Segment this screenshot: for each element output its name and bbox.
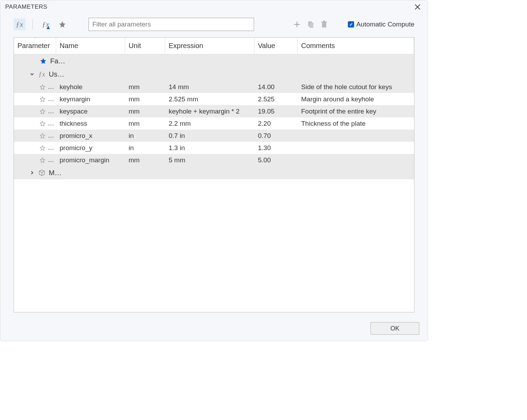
chevron-up-icon: ⌃	[33, 38, 37, 41]
cell-unit[interactable]: in	[125, 144, 165, 152]
svg-rect-4	[323, 21, 325, 22]
cell-expression[interactable]: 5 mm	[165, 156, 254, 164]
auto-compute-checkbox[interactable]: ✓ Automatic Compute	[348, 21, 414, 28]
group-user[interactable]: ƒx Us…	[14, 68, 414, 81]
ok-button[interactable]: OK	[371, 322, 419, 335]
cell-unit[interactable]: mm	[125, 95, 165, 103]
cell-unit[interactable]: mm	[125, 83, 165, 91]
table-row[interactable]: … keyspace mm keyhole + keymargin * 2 19…	[14, 105, 414, 117]
group-model[interactable]: M…	[14, 166, 414, 179]
table-row[interactable]: … promicro_x in 0.7 in 0.70	[14, 130, 414, 142]
chevron-down-icon	[30, 72, 35, 76]
column-unit[interactable]: Unit	[125, 38, 165, 54]
table-row[interactable]: … thickness mm 2.2 mm 2.20 Thickness of …	[14, 117, 414, 130]
row-ellipsis: …	[48, 132, 54, 139]
chevron-right-icon	[30, 171, 35, 175]
cell-value[interactable]: 14.00	[254, 83, 298, 91]
cell-value[interactable]: 1.30	[254, 144, 298, 152]
column-value[interactable]: Value	[254, 38, 298, 54]
parameters-dialog: PARAMETERS ƒx ƒx ✓ Automatic Com	[0, 0, 428, 341]
star-icon[interactable]	[56, 18, 68, 30]
add-icon[interactable]	[293, 21, 300, 28]
cell-comments[interactable]: Side of the hole cutout for keys	[298, 83, 414, 91]
cell-value[interactable]: 19.05	[254, 108, 298, 115]
toolbar-right: ✓ Automatic Compute	[293, 21, 414, 28]
svg-rect-2	[322, 23, 326, 28]
cell-name[interactable]: keyhole	[56, 83, 125, 91]
cell-expression[interactable]: 14 mm	[165, 83, 254, 91]
row-ellipsis: …	[48, 83, 54, 91]
cube-icon	[38, 169, 46, 177]
cell-name[interactable]: keymargin	[56, 95, 125, 103]
star-outline-icon[interactable]	[39, 84, 46, 90]
star-outline-icon[interactable]	[39, 157, 46, 163]
close-icon[interactable]	[412, 3, 423, 11]
paste-icon[interactable]	[307, 21, 314, 28]
group-favorites[interactable]: Fa…	[14, 54, 414, 68]
star-filled-icon	[39, 57, 47, 64]
cell-value[interactable]: 2.525	[254, 95, 298, 103]
toolbar-divider	[32, 19, 33, 30]
cell-expression[interactable]: 0.7 in	[165, 132, 254, 140]
column-expression[interactable]: Expression	[165, 38, 254, 54]
cell-comments[interactable]: Footprint of the entire key	[298, 108, 414, 115]
star-outline-icon[interactable]	[39, 120, 46, 127]
dialog-title: PARAMETERS	[5, 3, 47, 10]
cell-comments[interactable]: Margin around a keyhole	[298, 95, 414, 103]
cell-value[interactable]: 0.70	[254, 132, 298, 140]
star-outline-icon[interactable]	[39, 145, 46, 151]
titlebar: PARAMETERS	[0, 0, 428, 14]
row-ellipsis: …	[48, 108, 54, 115]
svg-rect-3	[321, 22, 327, 23]
column-name[interactable]: Name	[56, 38, 125, 54]
delete-icon[interactable]	[321, 21, 328, 28]
star-outline-icon[interactable]	[39, 108, 46, 115]
checkbox-icon: ✓	[348, 21, 354, 28]
cell-name[interactable]: promicro_y	[56, 144, 125, 152]
fx-icon: ƒx	[38, 70, 46, 78]
filter-input[interactable]	[89, 18, 254, 31]
cell-name[interactable]: keyspace	[56, 108, 125, 115]
table-header: ⌃ Parameter Name Unit Expression Value C…	[14, 38, 414, 54]
parameters-table: ⌃ Parameter Name Unit Expression Value C…	[14, 37, 414, 312]
row-ellipsis: …	[48, 95, 54, 103]
column-comments[interactable]: Comments	[298, 38, 414, 54]
cell-name[interactable]: thickness	[56, 120, 125, 127]
cell-value[interactable]: 5.00	[254, 156, 298, 164]
fx-user-icon[interactable]: ƒx	[40, 18, 52, 30]
toolbar: ƒx ƒx ✓ Automatic Compute	[0, 14, 428, 37]
table-row[interactable]: … keyhole mm 14 mm 14.00 Side of the hol…	[14, 81, 414, 93]
cell-value[interactable]: 2.20	[254, 120, 298, 127]
cell-unit[interactable]: in	[125, 132, 165, 140]
row-ellipsis: …	[48, 120, 54, 127]
cell-unit[interactable]: mm	[125, 108, 165, 115]
cell-unit[interactable]: mm	[125, 156, 165, 164]
row-ellipsis: …	[48, 156, 54, 164]
table-row[interactable]: … keymargin mm 2.525 mm 2.525 Margin aro…	[14, 93, 414, 105]
cell-expression[interactable]: keyhole + keymargin * 2	[165, 108, 254, 115]
fx-icon[interactable]: ƒx	[14, 18, 25, 30]
cell-expression[interactable]: 1.3 in	[165, 144, 254, 152]
row-ellipsis: …	[48, 144, 54, 151]
cell-expression[interactable]: 2.2 mm	[165, 120, 254, 127]
star-outline-icon[interactable]	[39, 96, 46, 102]
cell-unit[interactable]: mm	[125, 120, 165, 127]
cell-name[interactable]: promicro_x	[56, 132, 125, 140]
table-body: Fa… ƒx Us… … keyhole mm 14 mm 14.00 Side…	[14, 54, 414, 312]
table-row[interactable]: … promicro_y in 1.3 in 1.30	[14, 142, 414, 154]
column-parameter[interactable]: ⌃ Parameter	[14, 38, 56, 54]
cell-comments[interactable]: Thickness of the plate	[298, 120, 414, 127]
dialog-footer: OK	[0, 317, 428, 341]
cell-name[interactable]: promicro_margin	[56, 156, 125, 164]
cell-expression[interactable]: 2.525 mm	[165, 95, 254, 103]
auto-compute-label: Automatic Compute	[356, 21, 414, 28]
star-outline-icon[interactable]	[39, 133, 46, 139]
svg-rect-1	[310, 23, 313, 28]
table-row[interactable]: … promicro_margin mm 5 mm 5.00	[14, 154, 414, 166]
